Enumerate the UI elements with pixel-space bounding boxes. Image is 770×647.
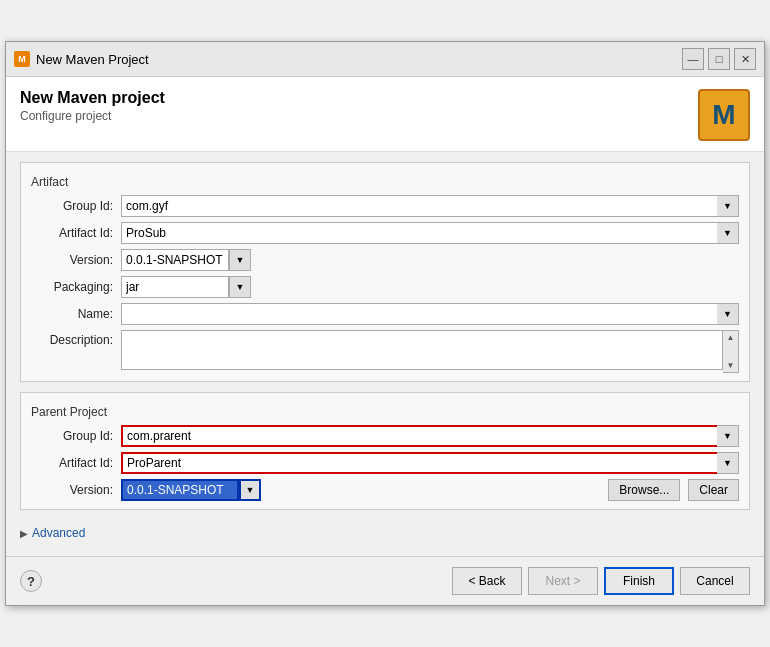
clear-button[interactable]: Clear bbox=[688, 479, 739, 501]
artifact-name-row: Name: ▼ bbox=[31, 303, 739, 325]
artifact-description-label: Description: bbox=[31, 333, 121, 347]
button-bar-right: < Back Next > Finish Cancel bbox=[452, 567, 750, 595]
artifact-packaging-row: Packaging: ▼ bbox=[31, 276, 739, 298]
parent-artifact-id-wrapper: ▼ bbox=[121, 452, 739, 474]
description-scrollbar[interactable]: ▲ ▼ bbox=[723, 330, 739, 373]
parent-version-row: Version: ▼ Browse... Clear bbox=[31, 479, 739, 501]
artifact-packaging-input[interactable] bbox=[121, 276, 229, 298]
artifact-description-input[interactable] bbox=[121, 330, 723, 370]
parent-group-id-input[interactable] bbox=[121, 425, 739, 447]
minimize-button[interactable]: — bbox=[682, 48, 704, 70]
dialog-title: New Maven Project bbox=[36, 52, 149, 67]
artifact-description-row: Description: ▲ ▼ bbox=[31, 330, 739, 373]
artifact-id-label: Artifact Id: bbox=[31, 226, 121, 240]
artifact-id-row: Artifact Id: ▼ bbox=[31, 222, 739, 244]
parent-artifact-id-input[interactable] bbox=[121, 452, 739, 474]
cancel-button[interactable]: Cancel bbox=[680, 567, 750, 595]
back-button[interactable]: < Back bbox=[452, 567, 522, 595]
parent-section-label: Parent Project bbox=[31, 405, 739, 419]
artifact-group-id-row: Group Id: ▼ bbox=[31, 195, 739, 217]
next-button[interactable]: Next > bbox=[528, 567, 598, 595]
header-title: New Maven project bbox=[20, 89, 165, 107]
artifact-group-id-wrapper: ▼ bbox=[121, 195, 739, 217]
artifact-version-label: Version: bbox=[31, 253, 121, 267]
parent-group-id-label: Group Id: bbox=[31, 429, 121, 443]
title-bar-left: M New Maven Project bbox=[14, 51, 149, 67]
parent-version-arrow[interactable]: ▼ bbox=[239, 479, 261, 501]
content-area: Artifact Group Id: ▼ Artifact Id: ▼ Ver bbox=[6, 152, 764, 556]
header-text: New Maven project Configure project bbox=[20, 89, 165, 123]
artifact-name-input[interactable] bbox=[121, 303, 739, 325]
header-section: New Maven project Configure project M bbox=[6, 77, 764, 152]
artifact-id-input[interactable] bbox=[121, 222, 739, 244]
header-subtitle: Configure project bbox=[20, 109, 165, 123]
parent-group-id-row: Group Id: ▼ bbox=[31, 425, 739, 447]
artifact-group-id-input[interactable] bbox=[121, 195, 739, 217]
artifact-version-input[interactable] bbox=[121, 249, 229, 271]
parent-artifact-id-label: Artifact Id: bbox=[31, 456, 121, 470]
artifact-id-wrapper: ▼ bbox=[121, 222, 739, 244]
button-bar: ? < Back Next > Finish Cancel bbox=[6, 556, 764, 605]
scroll-up-icon: ▲ bbox=[727, 333, 735, 342]
parent-section: Parent Project Group Id: ▼ Artifact Id: … bbox=[20, 392, 750, 510]
maven-logo: M bbox=[698, 89, 750, 141]
artifact-group-id-label: Group Id: bbox=[31, 199, 121, 213]
parent-version-input[interactable] bbox=[121, 479, 239, 501]
artifact-packaging-label: Packaging: bbox=[31, 280, 121, 294]
scroll-down-icon: ▼ bbox=[727, 361, 735, 370]
close-button[interactable]: ✕ bbox=[734, 48, 756, 70]
browse-button[interactable]: Browse... bbox=[608, 479, 680, 501]
dialog-window: M New Maven Project — □ ✕ New Maven proj… bbox=[5, 41, 765, 606]
maven-title-icon: M bbox=[14, 51, 30, 67]
parent-artifact-id-row: Artifact Id: ▼ bbox=[31, 452, 739, 474]
artifact-packaging-arrow[interactable]: ▼ bbox=[229, 276, 251, 298]
artifact-section-label: Artifact bbox=[31, 175, 739, 189]
finish-button[interactable]: Finish bbox=[604, 567, 674, 595]
maximize-button[interactable]: □ bbox=[708, 48, 730, 70]
button-bar-left: ? bbox=[20, 570, 42, 592]
artifact-description-wrapper: ▲ ▼ bbox=[121, 330, 739, 373]
help-button[interactable]: ? bbox=[20, 570, 42, 592]
artifact-section: Artifact Group Id: ▼ Artifact Id: ▼ Ver bbox=[20, 162, 750, 382]
parent-group-id-wrapper: ▼ bbox=[121, 425, 739, 447]
advanced-triangle-icon: ▶ bbox=[20, 528, 28, 539]
title-bar-controls: — □ ✕ bbox=[682, 48, 756, 70]
artifact-version-row: Version: ▼ bbox=[31, 249, 739, 271]
title-bar: M New Maven Project — □ ✕ bbox=[6, 42, 764, 77]
advanced-label: Advanced bbox=[32, 526, 85, 540]
advanced-section[interactable]: ▶ Advanced bbox=[20, 520, 750, 546]
artifact-name-label: Name: bbox=[31, 307, 121, 321]
artifact-name-wrapper: ▼ bbox=[121, 303, 739, 325]
artifact-version-arrow[interactable]: ▼ bbox=[229, 249, 251, 271]
parent-version-label: Version: bbox=[31, 483, 121, 497]
